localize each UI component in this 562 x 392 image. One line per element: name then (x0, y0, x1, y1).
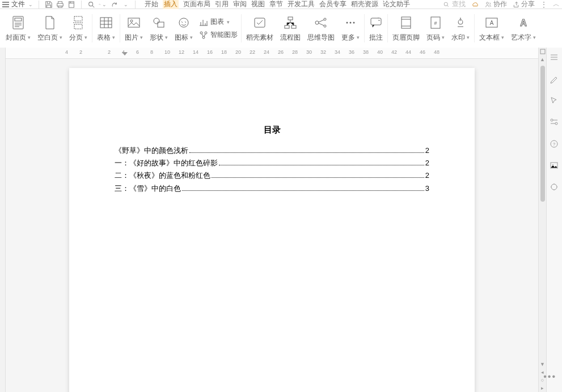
search-placeholder: 查找 (452, 0, 466, 9)
settings-icon[interactable] (550, 118, 560, 128)
svg-rect-24 (371, 18, 381, 25)
svg-point-18 (315, 21, 319, 24)
collab-button[interactable]: 协作 (485, 0, 507, 9)
cover-page-button[interactable]: 封面页▾ (2, 11, 34, 46)
tab-member[interactable]: 会员专享 (319, 0, 347, 9)
svg-rect-31 (540, 49, 545, 54)
tab-review[interactable]: 审阅 (233, 0, 247, 9)
ribbon-tabs: 开始 插入 页面布局 引用 审阅 视图 章节 开发工具 会员专享 稻壳资源 论文… (145, 0, 410, 9)
page-number-button[interactable]: # 页码▾ (423, 11, 448, 46)
toc-row[interactable]: 三：《雪》中的白色3 (115, 184, 429, 194)
flowchart-button[interactable]: 流程图 (277, 11, 304, 46)
print-preview-icon[interactable] (67, 1, 75, 8)
ruler-tick: 14 (193, 49, 198, 55)
format-brush-icon[interactable] (550, 75, 560, 85)
tab-references[interactable]: 引用 (215, 0, 229, 9)
picture-button[interactable]: 图片▾ (121, 11, 146, 46)
image-tool-icon[interactable] (550, 161, 560, 171)
docer-material-button[interactable]: 稻壳素材 (243, 11, 277, 46)
toc-page: 2 (425, 171, 429, 181)
redo-icon[interactable] (110, 1, 118, 8)
right-toolbar: ? (546, 48, 562, 392)
tab-pagelayout[interactable]: 页面布局 (183, 0, 210, 9)
undo-icon[interactable]: ⌄ (99, 1, 107, 8)
toc-row[interactable]: 《野草》中的颜色浅析2 (115, 146, 429, 156)
mindmap-button[interactable]: 思维导图 (304, 11, 338, 46)
scroll-up-icon[interactable]: ▲ (540, 56, 545, 63)
toc-row[interactable]: 一：《好的故事》中的红色碎影2 (115, 158, 429, 168)
svg-point-23 (353, 22, 355, 23)
file-menu[interactable]: 文件 ⌄ (2, 0, 33, 9)
svg-point-38 (551, 184, 557, 190)
scroll-indicator-icon[interactable] (540, 48, 546, 56)
cloud-sync-icon[interactable] (471, 1, 479, 8)
ruler-tick: 8 (150, 49, 153, 55)
search-box[interactable]: 查找 (443, 0, 466, 9)
icons-button[interactable]: 图标▾ (171, 11, 196, 46)
ruler-tick: 30 (306, 49, 312, 55)
scroll-down-icon[interactable]: ▼ (540, 360, 545, 368)
header-footer-button[interactable]: 页眉页脚 (389, 11, 423, 46)
ruler-tick: 10 (164, 49, 170, 55)
watermark-button[interactable]: 水印▾ (448, 11, 473, 46)
tab-thesis[interactable]: 论文助手 (383, 0, 410, 9)
svg-point-32 (551, 119, 553, 121)
zoom-icon[interactable] (87, 1, 95, 8)
chart-button[interactable]: 图表▾ (198, 17, 238, 27)
quick-access-dd[interactable]: ⌄ (121, 1, 129, 8)
textbox-button[interactable]: A 文本框▾ (476, 11, 508, 46)
table-button[interactable]: 表格▾ (94, 11, 119, 46)
ruler-tick: 26 (278, 49, 284, 55)
more-icon[interactable]: ⋮ (540, 1, 547, 8)
tab-view[interactable]: 视图 (251, 0, 265, 9)
more-button[interactable]: 更多▾ (338, 11, 363, 46)
overflow-menu-icon[interactable]: ••• (543, 372, 556, 382)
svg-point-2 (487, 2, 489, 4)
svg-text:A: A (520, 18, 527, 28)
horizontal-ruler[interactable]: 4224681012141618202224262830323436384042… (6, 48, 538, 59)
wordart-button[interactable]: A 艺术字▾ (508, 11, 539, 46)
share-button[interactable]: 分享 (513, 0, 535, 9)
tab-chapter[interactable]: 章节 (269, 0, 283, 9)
toc-text: 二：《秋夜》的蓝色和粉红色 (115, 171, 210, 181)
toc-title: 目录 (115, 125, 429, 135)
toc-page: 2 (425, 146, 429, 156)
toc-leader (212, 172, 424, 178)
ruler-tick: 40 (377, 49, 383, 55)
ruler-tick: 2 (108, 49, 111, 55)
scrollbar-thumb[interactable] (540, 66, 545, 202)
shapes-button[interactable]: 形状▾ (146, 11, 171, 46)
vertical-scrollbar[interactable]: ▲ ▼ ◂ ○ ▸ (538, 48, 546, 392)
nav-pane-icon[interactable] (550, 53, 560, 63)
blank-page-button[interactable]: 空白页▾ (34, 11, 66, 46)
help-icon[interactable]: ? (550, 139, 560, 150)
tab-start[interactable]: 开始 (145, 0, 158, 9)
ribbon: 封面页▾ 空白页▾ 分页▾ 表格▾ 图片▾ 形状▾ 图标▾ 图表▾ 智能图形 (0, 9, 562, 48)
toc-page: 3 (425, 184, 429, 194)
svg-text:A: A (490, 20, 494, 26)
tab-devtools[interactable]: 开发工具 (288, 0, 315, 9)
save-icon[interactable] (45, 1, 53, 8)
ruler-tick: 44 (405, 49, 411, 55)
chevron-down-icon: ⌄ (28, 2, 33, 7)
toc-leader (182, 184, 424, 191)
document-page[interactable]: 目录 《野草》中的颜色浅析2一：《好的故事》中的红色碎影2二：《秋夜》的蓝色和粉… (69, 68, 475, 392)
svg-point-20 (324, 25, 326, 27)
smartart-button[interactable]: 智能图形 (198, 30, 238, 40)
print-icon[interactable] (56, 1, 64, 8)
ruler-tick: 2 (79, 49, 82, 55)
svg-point-33 (555, 122, 557, 125)
document-scroll[interactable]: 目录 《野草》中的颜色浅析2一：《好的故事》中的红色碎影2二：《秋夜》的蓝色和粉… (6, 59, 538, 392)
svg-rect-4 (15, 18, 22, 21)
tab-docer[interactable]: 稻壳资源 (351, 0, 378, 9)
ruler-tick: 42 (391, 49, 397, 55)
svg-point-12 (205, 32, 207, 34)
page-break-button[interactable]: 分页▾ (66, 11, 91, 46)
comment-button[interactable]: 批注 (366, 11, 386, 46)
select-icon[interactable] (550, 96, 560, 106)
ai-tool-icon[interactable] (550, 182, 560, 193)
toc-row[interactable]: 二：《秋夜》的蓝色和粉红色2 (115, 171, 429, 181)
tab-insert[interactable]: 插入 (163, 0, 179, 9)
collapse-ribbon-icon[interactable]: ︿ (553, 0, 560, 9)
scroll-page-down-icon[interactable]: ▸ (541, 384, 544, 392)
